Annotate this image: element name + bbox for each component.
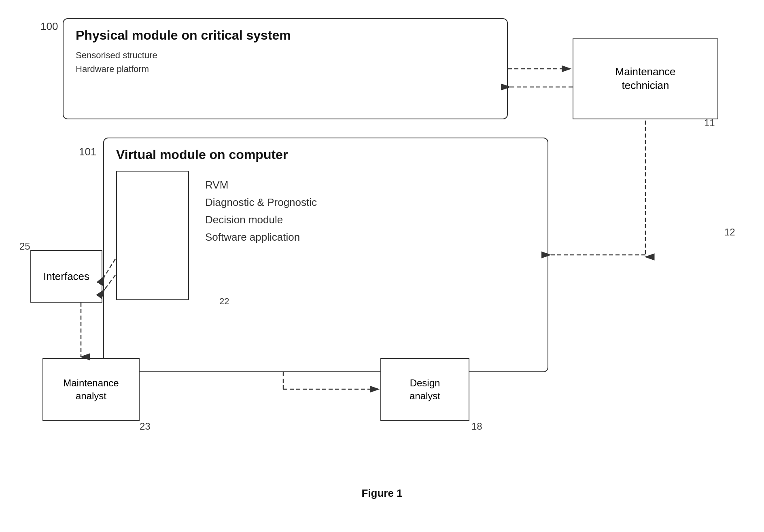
physical-module-line2: Hardware platform (76, 64, 495, 74)
interfaces-text: Interfaces (43, 270, 89, 283)
interfaces-box: Interfaces (30, 250, 102, 303)
design-analyst-box: Designanalyst (380, 358, 469, 421)
label-23: 23 (140, 421, 151, 432)
physical-module-box: Physical module on critical system Senso… (63, 18, 508, 119)
maintenance-analyst-box: Maintenanceanalyst (42, 358, 140, 421)
maintenance-technician-text: Maintenancetechnician (615, 65, 676, 93)
label-11: 11 (704, 117, 715, 129)
label-101: 101 (79, 146, 96, 158)
figure-caption: Figure 1 (361, 487, 402, 500)
physical-module-line1: Sensorised structure (76, 50, 495, 61)
label-18: 18 (471, 421, 482, 432)
virtual-line2: Diagnostic & Prognostic (205, 196, 317, 209)
virtual-line3: Decision module (205, 214, 317, 226)
inner-box-22 (116, 171, 189, 300)
virtual-line1: RVM (205, 179, 317, 191)
physical-module-title: Physical module on critical system (76, 28, 495, 43)
virtual-module-box: Virtual module on computer 22 RVM Diagno… (103, 138, 548, 372)
maintenance-technician-box: Maintenancetechnician (573, 38, 718, 119)
maintenance-analyst-text: Maintenanceanalyst (63, 377, 119, 402)
virtual-module-title: Virtual module on computer (116, 147, 535, 162)
label-12: 12 (724, 227, 735, 238)
virtual-line4: Software application (205, 231, 317, 244)
label-25: 25 (19, 241, 30, 252)
diagram-container: 100 Physical module on critical system S… (0, 0, 764, 532)
design-analyst-text: Designanalyst (410, 377, 440, 402)
label-22: 22 (219, 296, 229, 307)
label-100: 100 (40, 20, 58, 33)
